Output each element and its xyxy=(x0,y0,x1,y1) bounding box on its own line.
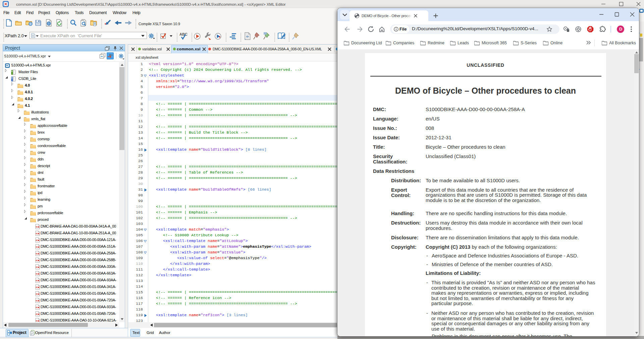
svg-text:<●>: <●> xyxy=(36,239,40,242)
svg-text:<●>: <●> xyxy=(36,286,40,289)
svg-text:<●>: <●> xyxy=(36,259,40,262)
svg-text:ABC: ABC xyxy=(179,32,187,36)
svg-text:<●>: <●> xyxy=(36,232,40,235)
svg-text:<●>: <●> xyxy=(36,306,40,309)
svg-text:<●>: <●> xyxy=(36,299,40,302)
svg-text:<●>: <●> xyxy=(36,265,40,269)
svg-text:<●>: <●> xyxy=(36,252,40,255)
svg-text:<●>: <●> xyxy=(36,279,40,282)
svg-text:<●>: <●> xyxy=(36,312,40,316)
svg-text:*: * xyxy=(105,22,106,26)
svg-text:<●>: <●> xyxy=(36,245,40,249)
svg-text:<●>: <●> xyxy=(36,225,40,229)
svg-text:<●>: <●> xyxy=(36,272,40,276)
svg-text:<●>: <●> xyxy=(36,292,40,296)
